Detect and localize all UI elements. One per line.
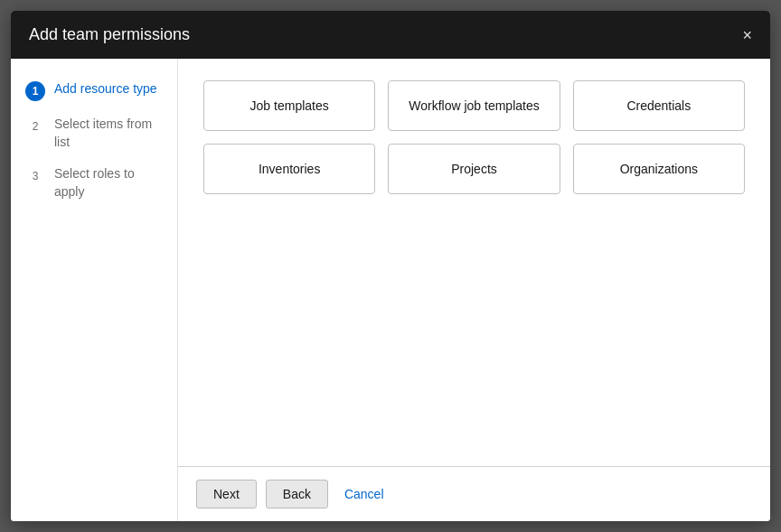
resource-btn-inventories[interactable]: Inventories	[203, 144, 375, 194]
resource-grid: Job templates Workflow job templates Cre…	[203, 80, 745, 194]
content-area: Job templates Workflow job templates Cre…	[178, 59, 770, 521]
step-1: 1 Add resource type	[25, 80, 163, 101]
resource-btn-job-templates[interactable]: Job templates	[203, 80, 375, 131]
modal-body: 1 Add resource type 2 Select items from …	[11, 59, 770, 521]
modal-backdrop: Add team permissions × 1 Add resource ty…	[0, 0, 781, 532]
step-2: 2 Select items from list	[25, 116, 163, 151]
modal-title: Add team permissions	[29, 25, 190, 44]
step-3-number: 3	[25, 166, 45, 186]
resource-btn-workflow-job-templates[interactable]: Workflow job templates	[388, 80, 560, 131]
step-2-label: Select items from list	[54, 116, 163, 151]
modal: Add team permissions × 1 Add resource ty…	[11, 11, 770, 521]
sidebar: 1 Add resource type 2 Select items from …	[11, 59, 178, 521]
step-1-number: 1	[25, 81, 45, 101]
modal-footer: Next Back Cancel	[178, 466, 770, 521]
step-3: 3 Select roles to apply	[25, 165, 163, 201]
step-1-label: Add resource type	[54, 80, 157, 98]
step-3-label: Select roles to apply	[54, 165, 163, 201]
cancel-button[interactable]: Cancel	[337, 481, 391, 508]
step-2-number: 2	[25, 117, 45, 136]
next-button[interactable]: Next	[196, 480, 257, 509]
back-button[interactable]: Back	[266, 480, 328, 509]
content-main: Job templates Workflow job templates Cre…	[178, 59, 770, 466]
resource-btn-projects[interactable]: Projects	[388, 144, 560, 194]
modal-header: Add team permissions ×	[11, 11, 770, 59]
resource-btn-organizations[interactable]: Organizations	[573, 144, 745, 194]
close-button[interactable]: ×	[742, 27, 752, 43]
resource-btn-credentials[interactable]: Credentials	[573, 80, 745, 131]
